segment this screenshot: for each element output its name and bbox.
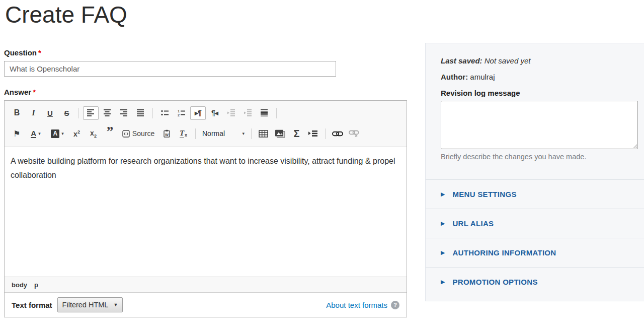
toolbar-separator xyxy=(195,128,196,139)
numbered-list-icon: 12 xyxy=(178,109,186,116)
align-justify-button[interactable] xyxy=(133,106,148,120)
chevron-down-icon: ▾ xyxy=(38,131,41,136)
last-saved-value: Not saved yet xyxy=(482,56,531,65)
toolbar-separator xyxy=(276,108,277,118)
answer-label: Answer* xyxy=(4,88,407,96)
toolbar-row-1: B I U S xyxy=(9,103,403,122)
help-icon[interactable]: ? xyxy=(391,301,399,309)
chevron-down-icon: ▾ xyxy=(61,131,64,136)
bulleted-list-button[interactable] xyxy=(157,106,173,120)
numbered-list-button[interactable]: 12 xyxy=(174,106,189,120)
toolbar-separator xyxy=(325,128,326,139)
revision-log-label: Revision log message xyxy=(441,89,637,97)
text-format-label: Text format xyxy=(12,301,52,309)
insert-template-button[interactable] xyxy=(305,127,321,141)
insert-template-icon xyxy=(308,130,318,137)
chevron-right-icon: ▶ xyxy=(441,191,445,198)
line-height-icon xyxy=(261,109,268,116)
superscript-button[interactable]: x2 xyxy=(69,127,85,141)
align-right-button[interactable] xyxy=(116,106,132,120)
svg-text:1: 1 xyxy=(178,109,180,113)
section-authoring-information[interactable]: ▶ AUTHORING INFORMATION xyxy=(426,238,644,267)
source-icon xyxy=(122,130,130,138)
text-direction-ltr-button[interactable]: ▸¶ xyxy=(190,106,206,120)
align-center-icon xyxy=(104,109,111,116)
text-color-button[interactable]: A ▾ xyxy=(26,127,46,141)
italic-button[interactable]: I xyxy=(26,106,41,120)
chevron-right-icon: ▶ xyxy=(441,279,445,285)
rich-text-editor: B I U S xyxy=(4,100,407,317)
table-icon xyxy=(259,130,268,138)
text-format-row: Text format Filtered HTML ▼ About text f… xyxy=(5,292,407,317)
revision-log-description: Briefly describe the changes you have ma… xyxy=(441,153,637,161)
underline-button[interactable]: U xyxy=(42,106,58,120)
paste-from-word-icon: W xyxy=(163,129,171,138)
link-button[interactable] xyxy=(330,127,345,141)
collapsible-sections: ▶ MENU SETTINGS ▶ URL ALIAS ▶ AUTHORING … xyxy=(426,179,644,296)
author-label: Author: xyxy=(441,73,468,81)
element-path-bar: body p xyxy=(5,277,407,292)
outdent-icon xyxy=(227,109,235,116)
chevron-right-icon: ▶ xyxy=(441,220,445,227)
node-meta-panel: Last saved: Not saved yet Author: amulra… xyxy=(425,43,644,301)
blockquote-button[interactable]: ” xyxy=(102,127,118,141)
chevron-right-icon: ▶ xyxy=(441,249,445,256)
bulleted-list-icon xyxy=(161,109,169,116)
node-form: Question* Answer* B I U S xyxy=(4,48,407,317)
editor-toolbar: B I U S xyxy=(5,101,407,147)
table-button[interactable] xyxy=(256,127,271,141)
math-formula-button[interactable]: Σ xyxy=(289,127,304,141)
unlink-button[interactable] xyxy=(346,127,362,141)
revision-log-textarea[interactable] xyxy=(441,101,638,149)
remove-format-button[interactable]: T x xyxy=(176,127,191,141)
text-format-select[interactable]: Filtered HTML ▼ xyxy=(57,297,123,312)
subscript-button[interactable]: x2 xyxy=(86,127,101,141)
paragraph-format-dropdown[interactable]: Normal ▾ xyxy=(199,127,248,141)
link-icon xyxy=(332,131,343,137)
editor-content[interactable]: A website building platform for research… xyxy=(5,147,407,277)
author-line: Author: amulraj xyxy=(441,73,637,81)
section-menu-settings[interactable]: ▶ MENU SETTINGS xyxy=(426,179,644,209)
last-saved-label: Last saved: xyxy=(441,56,482,65)
indent-button[interactable] xyxy=(240,106,256,120)
page-title: Create FAQ xyxy=(5,1,127,28)
question-input[interactable] xyxy=(4,61,336,77)
bold-button[interactable]: B xyxy=(9,106,25,120)
last-saved-line: Last saved: Not saved yet xyxy=(441,56,637,65)
author-value: amulraj xyxy=(468,73,495,81)
chevron-down-icon: ▼ xyxy=(113,302,118,307)
required-asterisk: * xyxy=(38,48,41,57)
align-center-button[interactable] xyxy=(100,106,115,120)
question-label: Question* xyxy=(4,48,407,57)
outdent-button[interactable] xyxy=(223,106,239,120)
background-color-button[interactable]: A ▾ xyxy=(47,127,68,141)
image-icon xyxy=(275,129,285,138)
path-p[interactable]: p xyxy=(34,281,38,289)
align-left-icon xyxy=(87,109,95,116)
align-left-button[interactable] xyxy=(83,106,99,120)
svg-text:W: W xyxy=(165,133,169,137)
align-justify-icon xyxy=(137,109,144,116)
strikethrough-button[interactable]: S xyxy=(59,106,74,120)
text-direction-rtl-button[interactable]: ¶◂ xyxy=(207,106,222,120)
paste-from-word-button[interactable]: W xyxy=(159,127,175,141)
path-body[interactable]: body xyxy=(12,281,27,289)
toolbar-separator xyxy=(251,128,252,139)
about-text-formats-link[interactable]: About text formats xyxy=(326,301,387,309)
indent-icon xyxy=(244,109,252,116)
svg-text:2: 2 xyxy=(178,113,180,117)
toolbar-separator xyxy=(78,108,79,118)
line-height-button[interactable] xyxy=(257,106,272,120)
section-url-alias[interactable]: ▶ URL ALIAS xyxy=(426,209,644,238)
anchor-button[interactable]: ⚑ xyxy=(9,127,25,141)
image-button[interactable] xyxy=(272,127,288,141)
toolbar-separator xyxy=(152,108,153,118)
toolbar-row-2: ⚑ A ▾ A ▾ x2 x2 ” Source W xyxy=(9,124,403,143)
align-right-icon xyxy=(120,109,128,116)
editor-paragraph: A website building platform for research… xyxy=(11,154,400,182)
required-asterisk: * xyxy=(33,88,36,96)
unlink-icon xyxy=(349,130,360,137)
chevron-down-icon: ▾ xyxy=(242,131,245,136)
section-promotion-options[interactable]: ▶ PROMOTION OPTIONS xyxy=(426,267,644,296)
source-button[interactable]: Source xyxy=(119,127,158,141)
